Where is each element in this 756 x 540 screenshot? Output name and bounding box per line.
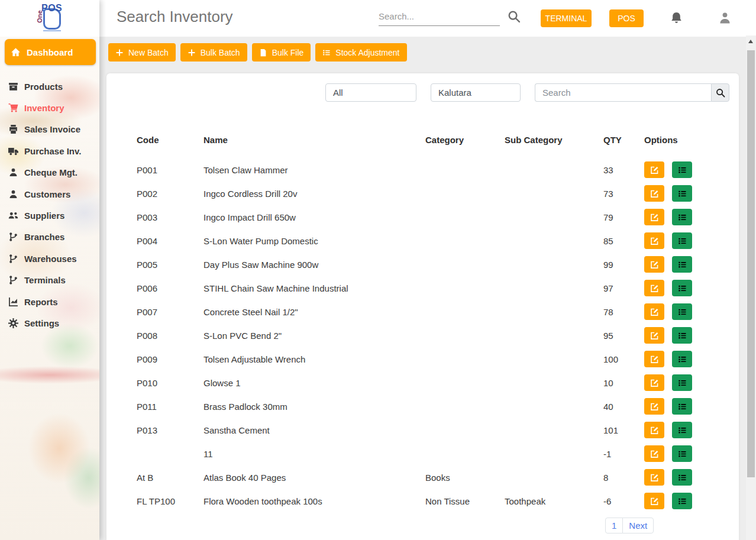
batches-button[interactable] (672, 161, 692, 178)
cell-code: P008 (137, 331, 203, 341)
sidebar-item-inventory[interactable]: Inventory (0, 97, 99, 118)
new-batch-button[interactable]: New Batch (108, 43, 176, 62)
sidebar-item-sales-invoice[interactable]: Sales Invoice (0, 119, 99, 140)
sidebar-item-label: Purchase Inv. (24, 146, 81, 156)
cell-name: Ingco Cordless Drill 20v (203, 189, 425, 199)
table-row: At B Atlas Book 40 Pages Books 8 (137, 465, 710, 489)
logo-pos-text: POS (41, 3, 62, 14)
edit-button[interactable] (644, 161, 664, 178)
inventory-table: Code Name Category Sub Category QTY Opti… (137, 132, 710, 513)
edit-button[interactable] (644, 398, 664, 415)
global-search-input[interactable] (379, 9, 500, 26)
sidebar-item-label: Sales Invoice (24, 124, 80, 134)
edit-button[interactable] (644, 422, 664, 438)
sidebar-item-warehouses[interactable]: Warehouses (0, 248, 99, 269)
cell-qty: 99 (603, 260, 644, 270)
batches-button[interactable] (672, 256, 692, 273)
edit-button[interactable] (644, 209, 664, 225)
batches-button[interactable] (672, 374, 692, 391)
gear-icon (8, 318, 24, 328)
cell-options (644, 351, 710, 367)
scrollbar-up-arrow[interactable] (748, 40, 753, 43)
edit-button[interactable] (644, 232, 664, 249)
users-icon (8, 211, 24, 221)
cell-code: P010 (137, 378, 203, 388)
cell-qty: 95 (603, 331, 644, 341)
search-icon[interactable] (508, 10, 521, 25)
edit-button[interactable] (644, 469, 664, 486)
branch-filter-select[interactable]: Kalutara (431, 83, 521, 102)
edit-button[interactable] (644, 256, 664, 273)
edit-button[interactable] (644, 303, 664, 320)
table-header-row: Code Name Category Sub Category QTY Opti… (137, 132, 710, 147)
batches-button[interactable] (672, 303, 692, 320)
batches-button[interactable] (672, 209, 692, 225)
pagination-page-1[interactable]: 1 (605, 518, 623, 533)
sidebar-item-dashboard[interactable]: Dashboard (5, 39, 96, 65)
cell-category: Books (425, 473, 505, 483)
home-icon (11, 47, 27, 57)
stock-adjustment-button[interactable]: Stock Adjustment (315, 43, 406, 62)
sidebar-item-terminals[interactable]: Terminals (0, 270, 99, 291)
edit-button[interactable] (644, 374, 664, 391)
onepos-logo[interactable]: One POS (34, 4, 68, 34)
table-row: P003 Ingco Impact Drill 650w 79 (137, 205, 710, 229)
inventory-search-input[interactable] (535, 83, 711, 102)
column-header-subcategory: Sub Category (505, 135, 603, 145)
column-header-code: Code (137, 135, 203, 145)
batches-button[interactable] (672, 493, 692, 509)
scrollbar-thumb[interactable] (747, 50, 755, 477)
batches-button[interactable] (672, 351, 692, 367)
global-search (379, 9, 500, 26)
bulk-file-button[interactable]: Bulk File (252, 43, 311, 62)
terminal-button[interactable]: TERMINAL (541, 9, 592, 27)
batches-button[interactable] (672, 185, 692, 202)
pagination-next[interactable]: Next (622, 518, 654, 533)
sidebar-menu: Dashboard Products Inventory Sales Invoi… (0, 39, 99, 334)
cell-name: Tolsen Claw Hammer (203, 165, 425, 175)
batches-button[interactable] (672, 398, 692, 415)
sidebar-item-label: Products (24, 82, 63, 92)
edit-button[interactable] (644, 351, 664, 367)
sidebar-item-branches[interactable]: Branches (0, 227, 99, 248)
sidebar-item-customers[interactable]: Customers (0, 183, 99, 205)
column-header-options: Options (644, 135, 710, 145)
edit-button[interactable] (644, 327, 664, 344)
batches-button[interactable] (672, 280, 692, 296)
batches-button[interactable] (672, 327, 692, 344)
button-label: Stock Adjustment (335, 48, 399, 57)
batches-button[interactable] (672, 232, 692, 249)
cell-qty: 8 (603, 473, 644, 483)
pagination: 1 Next (605, 518, 654, 533)
pos-button[interactable]: POS (609, 9, 644, 27)
plus-icon (188, 48, 196, 57)
edit-button[interactable] (644, 280, 664, 296)
edit-button[interactable] (644, 493, 664, 509)
sidebar-item-suppliers[interactable]: Suppliers (0, 205, 99, 226)
batches-button[interactable] (672, 469, 692, 486)
sidebar-item-reports[interactable]: Reports (0, 291, 99, 312)
cell-qty: 97 (603, 283, 644, 293)
edit-button[interactable] (644, 445, 664, 462)
notifications-bell-icon[interactable] (670, 11, 683, 27)
cell-options (644, 280, 710, 296)
cell-qty: 33 (603, 165, 644, 175)
sidebar-item-label: Settings (24, 318, 59, 328)
bulk-batch-button[interactable]: Bulk Batch (180, 43, 247, 62)
sidebar-item-purchase-inv[interactable]: Purchase Inv. (0, 140, 99, 161)
cell-options (644, 398, 710, 415)
type-filter-select[interactable]: All (325, 83, 416, 102)
cell-qty: -1 (603, 449, 644, 459)
cell-name: Tolsen Adjustable Wrench (203, 354, 425, 364)
cell-options (644, 161, 710, 178)
cell-qty: 78 (603, 307, 644, 317)
sidebar-item-cheque-mgt[interactable]: Cheque Mgt. (0, 162, 99, 183)
batches-button[interactable] (672, 422, 692, 438)
sidebar-item-products[interactable]: Products (0, 76, 99, 97)
batches-button[interactable] (672, 445, 692, 462)
inventory-search-button[interactable] (711, 83, 729, 102)
cell-code: P005 (137, 260, 203, 270)
edit-button[interactable] (644, 185, 664, 202)
sidebar-item-settings[interactable]: Settings (0, 312, 99, 334)
user-account-icon[interactable] (718, 11, 732, 27)
